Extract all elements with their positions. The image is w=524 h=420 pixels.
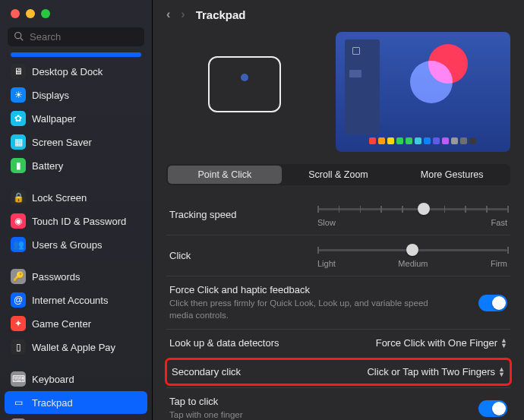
sidebar-item-wallet-apple-pay[interactable]: ▯Wallet & Apple Pay — [5, 336, 147, 358]
zoom-window-button[interactable] — [41, 9, 50, 18]
search-field[interactable] — [8, 27, 144, 46]
tap-to-click-label: Tap to click — [169, 396, 243, 407]
tracking-speed-label: Tracking speed — [169, 209, 236, 220]
sidebar-icon: ✦ — [11, 316, 26, 331]
sidebar-icon: ▭ — [11, 395, 26, 410]
tab-scroll-zoom[interactable]: Scroll & Zoom — [282, 166, 396, 184]
svg-point-0 — [15, 32, 21, 38]
sidebar-icon: ▮ — [11, 158, 26, 173]
click-slider[interactable]: LightMediumFirm — [317, 243, 507, 268]
sidebar-item-label: Trackpad — [32, 397, 73, 409]
sidebar-icon: ◉ — [11, 213, 26, 229]
sidebar-item-passwords[interactable]: 🔑Passwords — [5, 265, 147, 288]
window-controls — [0, 0, 152, 24]
tap-to-click-toggle[interactable] — [478, 400, 507, 417]
sidebar-item-game-center[interactable]: ✦Game Center — [5, 312, 147, 335]
lookup-label: Look up & data detectors — [169, 337, 279, 349]
close-window-button[interactable] — [11, 9, 20, 18]
search-input[interactable] — [28, 30, 137, 43]
sidebar-item-label: Users & Groups — [32, 239, 102, 251]
sidebar-item-battery[interactable]: ▮Battery — [5, 154, 147, 177]
sidebar-icon: 🖥 — [11, 64, 26, 79]
sidebar-item-label: Internet Accounts — [32, 295, 108, 306]
dock-preview — [345, 137, 502, 144]
tab-bar: Point & ClickScroll & ZoomMore Gestures — [166, 164, 510, 185]
sidebar-item-label: Wallpaper — [32, 113, 76, 125]
sidebar-icon: @ — [11, 292, 26, 308]
tracking-speed-slider[interactable]: SlowFast — [317, 202, 507, 227]
sidebar-icon: ☀ — [11, 87, 26, 103]
secondary-click-popup[interactable]: Click or Tap with Two Fingers ▲▼ — [367, 366, 505, 377]
search-icon — [14, 31, 24, 43]
sidebar: 🖥Desktop & Dock☀Displays✿Wallpaper▦Scree… — [0, 0, 153, 420]
sidebar-item-label: Lock Screen — [32, 192, 87, 204]
back-button[interactable]: ‹ — [166, 8, 170, 21]
finder-window-icon — [345, 39, 380, 134]
chevron-updown-icon: ▲▼ — [498, 367, 505, 377]
sidebar-item-wallpaper[interactable]: ✿Wallpaper — [5, 107, 147, 130]
minimize-window-button[interactable] — [26, 9, 35, 18]
trackpad-gesture-preview — [166, 32, 324, 137]
sidebar-item-label: Displays — [32, 90, 69, 101]
sidebar-item-label: Wallet & Apple Pay — [32, 342, 115, 353]
force-click-desc: Click then press firmly for Quick Look, … — [169, 298, 443, 321]
sidebar-item-screen-saver[interactable]: ▦Screen Saver — [5, 131, 147, 153]
sidebar-item-keyboard[interactable]: ⌨Keyboard — [5, 368, 147, 390]
force-click-label: Force Click and haptic feedback — [169, 284, 443, 295]
secondary-click-highlight: Secondary click Click or Tap with Two Fi… — [165, 358, 512, 386]
sidebar-item-trackpad[interactable]: ▭Trackpad — [5, 391, 147, 414]
sidebar-item-touch-id-password[interactable]: ◉Touch ID & Password — [5, 210, 147, 232]
sidebar-icon: ✿ — [11, 111, 26, 126]
sidebar-item-internet-accounts[interactable]: @Internet Accounts — [5, 289, 147, 311]
lookup-popup[interactable]: Force Click with One Finger ▲▼ — [376, 337, 507, 349]
sidebar-icon: 🔒 — [11, 190, 26, 205]
main-pane: ‹ › Trackpad Point & ClickScroll & ZoomM… — [153, 0, 524, 420]
tab-more-gestures[interactable]: More Gestures — [395, 166, 509, 184]
sidebar-icon: 🔑 — [11, 269, 26, 284]
sidebar-item-label: Screen Saver — [32, 137, 92, 148]
force-click-toggle[interactable] — [478, 295, 507, 311]
sidebar-item-desktop-dock[interactable]: 🖥Desktop & Dock — [5, 60, 147, 83]
sidebar-icon: ▦ — [11, 134, 26, 150]
tab-point-click[interactable]: Point & Click — [168, 166, 282, 184]
sidebar-item-displays[interactable]: ☀Displays — [5, 84, 147, 106]
sidebar-item-label: Battery — [32, 160, 63, 172]
forward-button[interactable]: › — [181, 8, 185, 21]
trackpad-icon — [208, 56, 281, 112]
desktop-preview — [336, 32, 511, 152]
sidebar-icon: 👥 — [11, 237, 26, 252]
secondary-click-label: Secondary click — [172, 366, 241, 377]
sidebar-item-printers-scanners[interactable]: ⎙Printers & Scanners — [5, 415, 147, 420]
svg-line-1 — [21, 37, 23, 39]
sidebar-item-label: Touch ID & Password — [32, 216, 126, 227]
click-label: Click — [169, 250, 191, 261]
sidebar-item-lock-screen[interactable]: 🔒Lock Screen — [5, 186, 147, 209]
sidebar-item-label: Keyboard — [32, 374, 74, 385]
sidebar-item-label: Game Center — [32, 318, 91, 330]
sidebar-icon: ⌨ — [11, 371, 26, 387]
chevron-updown-icon: ▲▼ — [500, 338, 507, 349]
sidebar-item-users-groups[interactable]: 👥Users & Groups — [5, 233, 147, 256]
tap-to-click-desc: Tap with one finger — [169, 409, 243, 420]
sidebar-item-label: Desktop & Dock — [32, 66, 103, 77]
page-title: Trackpad — [196, 8, 246, 21]
sidebar-item-label: Passwords — [32, 271, 80, 283]
sidebar-icon: ▯ — [11, 339, 26, 355]
